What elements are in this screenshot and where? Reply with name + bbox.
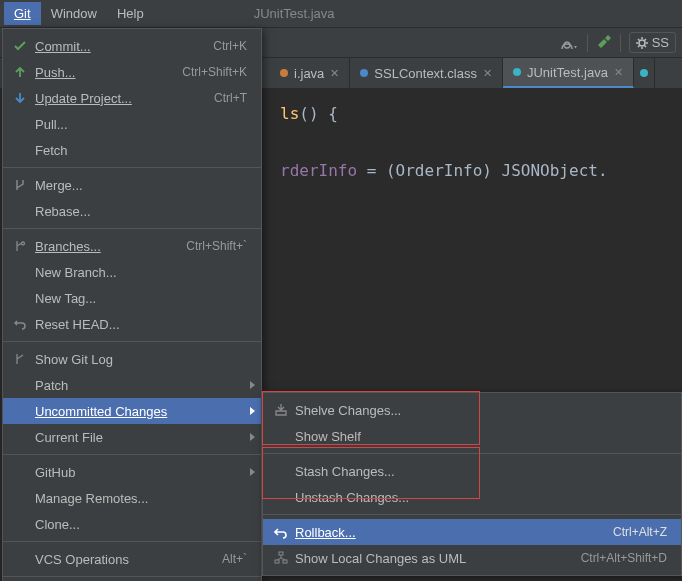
menu-help[interactable]: Help [107,2,154,25]
push-arrow-icon [11,66,29,78]
java-file-icon [513,68,521,76]
menu-commit[interactable]: Commit... Ctrl+K [3,33,261,59]
menu-new-tag[interactable]: New Tag... [3,285,261,311]
tab-i-java[interactable]: i.java ✕ [270,58,350,88]
menu-separator [3,341,261,342]
menu-github[interactable]: GitHub [3,459,261,485]
menu-update-project[interactable]: Update Project... Ctrl+T [3,85,261,111]
menu-separator [3,167,261,168]
branch-icon [11,353,29,365]
menu-separator [3,228,261,229]
menu-push[interactable]: Push... Ctrl+Shift+K [3,59,261,85]
merge-icon [11,179,29,191]
submenu-unstash-changes[interactable]: Unstash Changes... [263,484,681,510]
menu-uncommitted-changes[interactable]: Uncommitted Changes [3,398,261,424]
shelve-icon [271,403,291,417]
ss-button[interactable]: SS [629,32,676,53]
class-file-icon [360,69,368,77]
chevron-right-icon [250,381,255,389]
window-title: JUnitTest.java [254,6,335,21]
menu-manage-remotes[interactable]: Manage Remotes... [3,485,261,511]
menu-fetch[interactable]: Fetch [3,137,261,163]
chevron-right-icon [250,407,255,415]
ss-label: SS [652,35,669,50]
undo-icon [11,318,29,330]
toolbar-separator [587,34,588,52]
menu-branches[interactable]: Branches... Ctrl+Shift+` [3,233,261,259]
menu-bar: Git Window Help JUnitTest.java [0,0,682,28]
menu-separator [3,576,261,577]
chevron-right-icon [250,433,255,441]
hammer-icon[interactable] [596,35,612,51]
branch-icon [11,240,29,252]
menu-window[interactable]: Window [41,2,107,25]
tab-label: SSLContext.class [374,66,477,81]
svg-rect-1 [279,552,283,555]
uncommitted-changes-submenu: Shelve Changes... Show Shelf Stash Chang… [262,392,682,576]
java-file-icon [640,69,648,77]
menu-current-file[interactable]: Current File [3,424,261,450]
tab-sslcontext[interactable]: SSLContext.class ✕ [350,58,503,88]
java-file-icon [280,69,288,77]
menu-separator [3,454,261,455]
toolbar-separator [620,34,621,52]
close-icon[interactable]: ✕ [483,67,492,80]
menu-rebase[interactable]: Rebase... [3,198,261,224]
menu-separator [3,541,261,542]
user-icon[interactable] [561,36,579,50]
menu-clone[interactable]: Clone... [3,511,261,537]
menu-show-git-log[interactable]: Show Git Log [3,346,261,372]
submenu-rollback[interactable]: Rollback... Ctrl+Alt+Z [263,519,681,545]
undo-icon [271,525,291,539]
menu-separator [263,514,681,515]
menu-pull[interactable]: Pull... [3,111,261,137]
menu-vcs-operations[interactable]: VCS Operations Alt+` [3,546,261,572]
menu-reset-head[interactable]: Reset HEAD... [3,311,261,337]
close-icon[interactable]: ✕ [614,66,623,79]
close-icon[interactable]: ✕ [330,67,339,80]
menu-new-branch[interactable]: New Branch... [3,259,261,285]
submenu-show-local-changes-uml[interactable]: Show Local Changes as UML Ctrl+Alt+Shift… [263,545,681,571]
chevron-right-icon [250,468,255,476]
tab-junittest[interactable]: JUnitTest.java ✕ [503,58,634,88]
check-icon [11,40,29,52]
svg-rect-3 [283,560,287,563]
git-menu: Commit... Ctrl+K Push... Ctrl+Shift+K Up… [2,28,262,581]
tab-more[interactable] [634,58,655,88]
submenu-shelve-changes[interactable]: Shelve Changes... [263,397,681,423]
submenu-show-shelf[interactable]: Show Shelf [263,423,681,449]
submenu-stash-changes[interactable]: Stash Changes... [263,458,681,484]
gear-icon [636,37,648,49]
tab-label: i.java [294,66,324,81]
diagram-icon [271,551,291,565]
tab-label: JUnitTest.java [527,65,608,80]
menu-merge[interactable]: Merge... [3,172,261,198]
menu-patch[interactable]: Patch [3,372,261,398]
svg-point-0 [639,40,645,46]
update-arrow-icon [11,92,29,104]
menu-separator [263,453,681,454]
menu-git[interactable]: Git [4,2,41,25]
svg-rect-2 [275,560,279,563]
